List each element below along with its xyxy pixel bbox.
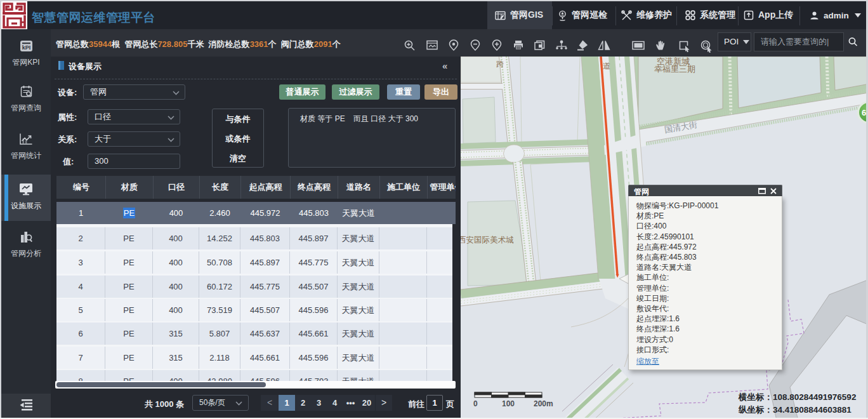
svg-text:6: 6	[862, 108, 866, 117]
svg-text:跨: 跨	[496, 60, 504, 69]
svg-text:道: 道	[603, 62, 610, 70]
svg-text:西安国际美术城: 西安国际美术城	[461, 236, 514, 244]
svg-text:100: 100	[502, 399, 515, 408]
svg-text:0: 0	[473, 399, 478, 408]
svg-text:200m: 200m	[534, 399, 553, 408]
svg-text:幸福里三期: 幸福里三期	[654, 64, 695, 74]
svg-text:kPI: kPI	[22, 44, 30, 51]
